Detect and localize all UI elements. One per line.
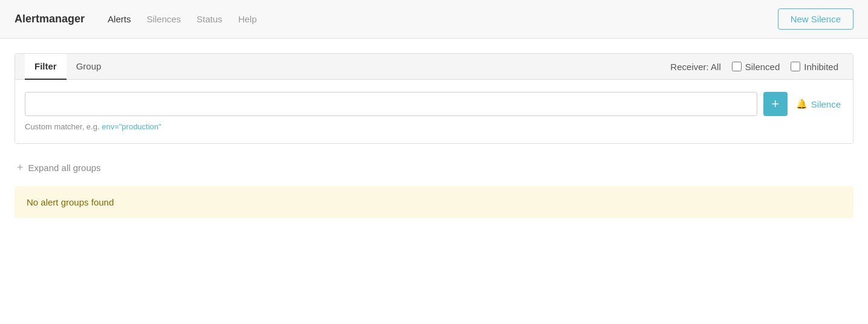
filter-tabs-bar: Filter Group Receiver: All Silenced Inhi… bbox=[15, 54, 853, 80]
inhibited-checkbox-group[interactable]: Inhibited bbox=[791, 62, 838, 72]
filter-body: + 🔔 Silence Custom matcher, e.g. env="pr… bbox=[15, 80, 853, 143]
filter-input[interactable] bbox=[25, 92, 757, 116]
nav-links: Alerts Silences Status Help bbox=[102, 10, 778, 28]
filter-hint-example[interactable]: env="production" bbox=[102, 122, 162, 131]
add-filter-button[interactable]: + bbox=[763, 92, 788, 116]
bell-icon: 🔔 bbox=[796, 99, 808, 109]
expand-plus-icon: + bbox=[17, 162, 24, 173]
no-alerts-text: No alert groups found bbox=[27, 197, 114, 207]
receiver-section: Receiver: All Silenced Inhibited bbox=[665, 62, 843, 72]
silenced-checkbox[interactable] bbox=[732, 62, 742, 71]
silenced-label: Silenced bbox=[745, 62, 780, 72]
inhibited-checkbox[interactable] bbox=[791, 62, 800, 71]
filter-hint: Custom matcher, e.g. env="production" bbox=[25, 122, 843, 131]
navbar: Alertmanager Alerts Silences Status Help… bbox=[0, 0, 868, 39]
expand-all-groups-row[interactable]: + Expand all groups bbox=[15, 156, 853, 179]
tab-group[interactable]: Group bbox=[67, 54, 111, 80]
new-silence-button[interactable]: New Silence bbox=[778, 8, 853, 30]
navbar-actions: New Silence bbox=[778, 8, 853, 30]
filter-hint-text: Custom matcher, e.g. bbox=[25, 122, 100, 131]
filter-input-row: + 🔔 Silence bbox=[25, 92, 843, 116]
nav-alerts[interactable]: Alerts bbox=[102, 10, 137, 28]
silence-link-button[interactable]: 🔔 Silence bbox=[794, 99, 843, 109]
brand: Alertmanager bbox=[15, 13, 85, 25]
inhibited-label: Inhibited bbox=[804, 62, 838, 72]
expand-all-groups-label: Expand all groups bbox=[28, 163, 101, 173]
receiver-label: Receiver: All bbox=[670, 62, 720, 72]
nav-silences[interactable]: Silences bbox=[140, 10, 187, 28]
nav-status[interactable]: Status bbox=[191, 10, 229, 28]
silence-button-label: Silence bbox=[811, 99, 841, 109]
silenced-checkbox-group[interactable]: Silenced bbox=[732, 62, 780, 72]
nav-help[interactable]: Help bbox=[232, 10, 263, 28]
no-alerts-box: No alert groups found bbox=[15, 186, 853, 218]
main-content: Filter Group Receiver: All Silenced Inhi… bbox=[0, 39, 868, 218]
tab-filter[interactable]: Filter bbox=[25, 54, 67, 80]
filter-card: Filter Group Receiver: All Silenced Inhi… bbox=[15, 53, 853, 144]
